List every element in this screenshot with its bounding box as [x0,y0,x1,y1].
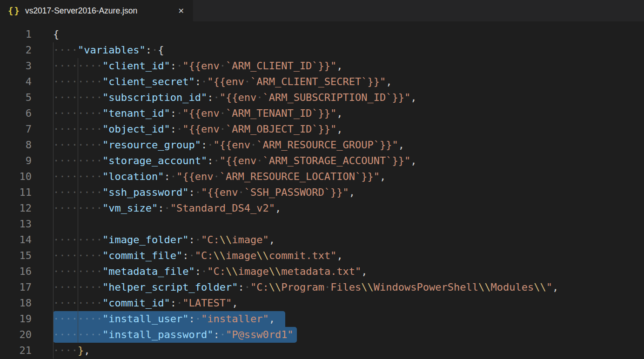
whitespace-dot: · [170,171,176,182]
tab-vs2017-server2016-azure-json[interactable]: {} vs2017-Server2016-Azure.json ✕ [0,0,193,21]
line-number[interactable]: 13 [0,216,32,232]
line-number[interactable]: 3 [0,58,32,74]
whitespace-dot: · [90,234,96,246]
line-number[interactable]: 17 [0,279,32,295]
code-token: Modules [491,281,534,293]
line-number[interactable]: 12 [0,200,32,216]
code-line[interactable]: 10········"location":·"{{env·`ARM_RESOUR… [0,169,644,185]
whitespace-dot: · [53,60,59,72]
code-token: : [170,107,176,119]
code-token: : [164,171,170,182]
line-number[interactable]: 4 [0,74,32,90]
line-number[interactable]: 7 [0,121,32,137]
code-line[interactable]: 2····"variables":·{ [0,42,644,58]
whitespace-dot: · [78,266,84,277]
code-line[interactable]: 14········"image_folder":·"C:\\image", [0,232,644,248]
code-token: "subscription_id" [102,92,207,103]
whitespace-dot: · [78,250,84,261]
whitespace-dot: · [66,123,72,135]
code-token: `ARM_RESOURCE_GROUP`}}" [256,139,398,151]
code-token: , [336,250,342,261]
code-token: "ssh_password" [102,186,188,198]
whitespace-dot: · [53,234,59,246]
line-number[interactable]: 9 [0,153,32,169]
whitespace-dot: · [66,281,72,293]
code-token: "{{env [182,60,219,72]
line-number[interactable]: 19 [0,311,32,327]
whitespace-dot: · [53,186,59,198]
code-token: Program [281,281,324,293]
whitespace-dot: · [96,155,102,166]
whitespace-dot: · [90,139,96,151]
code-token: { [158,44,164,56]
tab-close-icon[interactable]: ✕ [176,6,186,16]
code-token: : [195,76,201,87]
whitespace-dot: · [84,313,90,325]
code-token: : [188,234,195,246]
whitespace-dot: · [84,329,90,340]
code-line[interactable]: 12········"vm_size":·"Standard_DS4_v2", [0,200,644,216]
whitespace-dot: · [164,202,170,214]
line-number[interactable]: 1 [0,27,32,42]
whitespace-dot: · [78,202,84,214]
whitespace-dot: · [90,266,96,277]
whitespace-dot: · [90,297,96,309]
code-line[interactable]: 17········"helper_script_folder":·"C:\\P… [0,279,644,295]
line-number[interactable]: 10 [0,169,32,185]
line-number[interactable]: 18 [0,295,32,311]
line-number[interactable]: 11 [0,185,32,200]
whitespace-dot: · [96,266,102,277]
code-line[interactable]: 8········"resource_group":·"{{env·`ARM_R… [0,137,644,153]
whitespace-dot: · [53,266,59,277]
whitespace-dot: · [72,202,78,214]
code-token: "C: [195,250,214,261]
code-token: : [170,60,176,72]
line-number[interactable]: 14 [0,232,32,248]
code-line[interactable]: 3········"client_id":·"{{env·`ARM_CLIENT… [0,58,644,74]
code-line[interactable]: 18········"commit_id":·"LATEST", [0,295,644,311]
code-token: : [238,281,244,293]
code-line[interactable]: 4········"client_secret":·"{{env·`ARM_CL… [0,74,644,90]
code-token: `ARM_STORAGE_ACCOUNT`}}" [262,155,410,166]
whitespace-dot: · [59,297,65,309]
line-number[interactable]: 20 [0,327,32,343]
selection-highlight: ········"install_password":·"P@ssw0rd1" [53,327,297,343]
code-token: : [182,250,188,261]
whitespace-dot: · [250,139,256,151]
code-line[interactable]: 19········"install_user":·"installer", [0,311,644,327]
code-token: image" [232,234,268,246]
line-number[interactable]: 8 [0,137,32,153]
line-number[interactable]: 5 [0,90,32,106]
line-number[interactable]: 15 [0,248,32,264]
code-line[interactable]: 20········"install_password":·"P@ssw0rd1… [0,327,644,343]
line-number[interactable]: 2 [0,42,32,58]
code-line[interactable]: 15········"commit_file":·"C:\\image\\com… [0,248,644,264]
whitespace-dot: · [59,76,65,87]
code-line[interactable]: 21····}, [0,343,644,359]
code-token: "{{env [182,123,219,135]
whitespace-dot: · [195,234,201,246]
editor[interactable]: 1{2····"variables":·{3········"client_id… [0,21,644,359]
whitespace-dot: · [84,297,90,309]
line-number[interactable]: 6 [0,106,32,121]
code-token: : [207,155,213,166]
line-number[interactable]: 21 [0,343,32,359]
code-line[interactable]: 11········"ssh_password":·"{{env·`SSH_PA… [0,185,644,200]
whitespace-dot: · [72,44,78,56]
code-line[interactable]: 1{ [0,27,644,42]
code-line[interactable]: 9········"storage_account":·"{{env·`ARM_… [0,153,644,169]
code-token: \\ [226,266,238,277]
code-token: "object_id" [102,123,170,135]
code-token: "helper_script_folder" [102,281,238,293]
code-line[interactable]: 16········"metadata_file":·"C:\\image\\m… [0,264,644,279]
whitespace-dot: · [207,139,213,151]
code-token: "{{env [207,76,244,87]
whitespace-dot: · [66,297,72,309]
code-token: : [146,44,152,56]
code-token: "{{env [220,92,256,103]
code-line[interactable]: 13 [0,216,644,232]
code-line[interactable]: 6········"tenant_id":·"{{env·`ARM_TENANT… [0,106,644,121]
code-line[interactable]: 5········"subscription_id":·"{{env·`ARM_… [0,90,644,106]
line-number[interactable]: 16 [0,264,32,279]
code-line[interactable]: 7········"object_id":·"{{env·`ARM_OBJECT… [0,121,644,137]
